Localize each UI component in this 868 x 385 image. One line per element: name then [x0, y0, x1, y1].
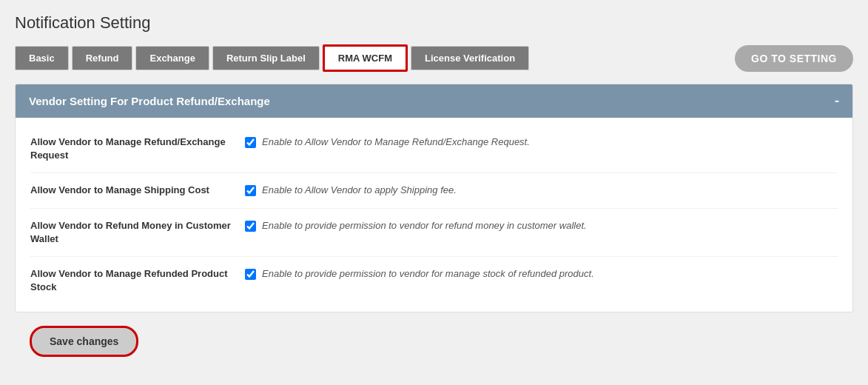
setting-checkbox-1[interactable]	[245, 185, 256, 196]
setting-checkbox-2[interactable]	[245, 221, 256, 232]
setting-label-0: Allow Vendor to Manage Refund/Exchange R…	[30, 135, 245, 162]
card-body: Allow Vendor to Manage Refund/Exchange R…	[16, 118, 852, 312]
page-title: Notification Setting	[15, 13, 853, 33]
setting-desc-0: Enable to Allow Vendor to Manage Refund/…	[262, 135, 530, 149]
setting-control-3: Enable to provide permission to vendor f…	[245, 267, 838, 281]
setting-row-1: Allow Vendor to Manage Shipping CostEnab…	[30, 173, 838, 208]
tab-return-slip-label[interactable]: Return Slip Label	[212, 46, 320, 70]
setting-label-3: Allow Vendor to Manage Refunded Product …	[30, 267, 245, 294]
page-wrapper: Notification Setting BasicRefundExchange…	[0, 0, 868, 385]
setting-control-0: Enable to Allow Vendor to Manage Refund/…	[245, 135, 838, 149]
tab-basic[interactable]: Basic	[15, 46, 69, 70]
setting-label-2: Allow Vendor to Refund Money in Customer…	[30, 219, 245, 246]
setting-checkbox-3[interactable]	[245, 269, 256, 280]
go-to-setting-button[interactable]: GO TO SETTING	[735, 45, 853, 72]
vendor-setting-card: Vendor Setting For Product Refund/Exchan…	[15, 84, 853, 312]
setting-desc-3: Enable to provide permission to vendor f…	[262, 267, 594, 281]
setting-row-0: Allow Vendor to Manage Refund/Exchange R…	[30, 125, 838, 173]
setting-row-3: Allow Vendor to Manage Refunded Product …	[30, 257, 838, 304]
tab-refund[interactable]: Refund	[72, 46, 133, 70]
setting-desc-2: Enable to provide permission to vendor f…	[262, 219, 587, 232]
setting-control-1: Enable to Allow Vendor to apply Shipping…	[245, 184, 838, 197]
tab-exchange[interactable]: Exchange	[135, 46, 209, 70]
card-collapse-icon[interactable]: -	[835, 93, 839, 109]
tab-rma-wcfm[interactable]: RMA WCFM	[323, 44, 408, 72]
setting-label-1: Allow Vendor to Manage Shipping Cost	[30, 184, 245, 197]
save-btn-wrapper: Save changes	[15, 312, 853, 372]
setting-row-2: Allow Vendor to Refund Money in Customer…	[30, 209, 838, 257]
card-header-title: Vendor Setting For Product Refund/Exchan…	[29, 95, 270, 107]
tab-license-verification[interactable]: License Verification	[411, 46, 529, 70]
tabs-row: BasicRefundExchangeReturn Slip LabelRMA …	[15, 44, 853, 72]
save-changes-button[interactable]: Save changes	[30, 326, 138, 357]
setting-control-2: Enable to provide permission to vendor f…	[245, 219, 838, 232]
setting-checkbox-0[interactable]	[245, 137, 256, 148]
card-header: Vendor Setting For Product Refund/Exchan…	[16, 84, 852, 118]
setting-desc-1: Enable to Allow Vendor to apply Shipping…	[262, 184, 457, 197]
